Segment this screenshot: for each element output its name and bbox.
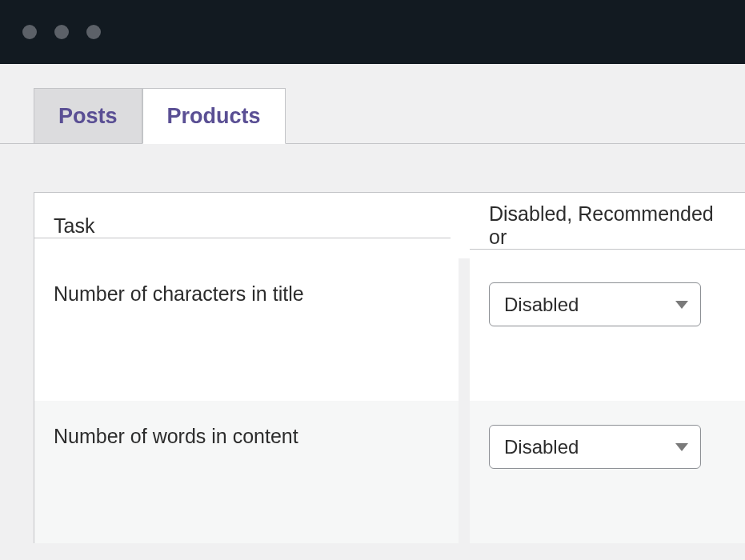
tabs: Posts Products [34,86,745,143]
state-select[interactable]: DisabledRecommendedRequired [489,282,701,326]
state-select-wrap: DisabledRecommendedRequired [489,425,701,469]
task-cell: Number of words in content [34,401,459,543]
column-header-state: Disabled, Recommended or [470,202,745,249]
task-cell: Number of characters in title [34,258,459,401]
state-cell: DisabledRecommendedRequired [470,401,745,543]
state-select-wrap: DisabledRecommendedRequired [489,282,701,326]
tab-products[interactable]: Products [142,88,286,144]
window-zoom-dot[interactable] [86,25,101,39]
column-gap [459,401,470,543]
column-gap [459,258,470,401]
state-select[interactable]: DisabledRecommendedRequired [489,425,701,469]
window-titlebar [0,0,745,64]
content-area: Posts Products Task Disabled, Recommende… [0,64,745,543]
window-close-dot[interactable] [22,25,37,39]
settings-table: Task Disabled, Recommended or Number of … [34,192,745,543]
tabs-container: Posts Products [0,64,745,144]
table-row: Number of words in content DisabledRecom… [34,401,745,543]
state-cell: DisabledRecommendedRequired [470,258,745,401]
tab-posts-label: Posts [58,104,118,129]
window-minimize-dot[interactable] [54,25,69,39]
table-header-row: Task Disabled, Recommended or [34,193,745,258]
tab-posts[interactable]: Posts [34,88,142,144]
table-row: Number of characters in title DisabledRe… [34,258,745,401]
column-header-task: Task [34,214,459,238]
tab-products-label: Products [167,104,261,129]
